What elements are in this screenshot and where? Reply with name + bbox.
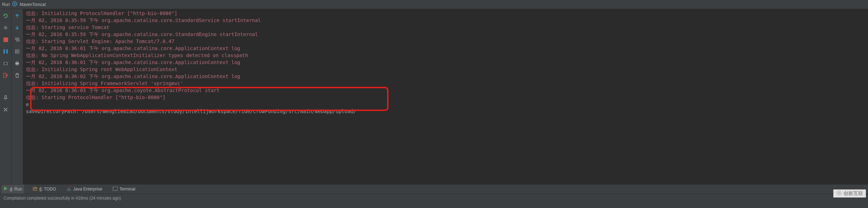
console-line: 信息: Starting ProtocolHandler ["http-bio-… xyxy=(26,94,865,101)
console-line: 一月 02, 2016 8:36:01 下午 org.apache.catali… xyxy=(26,59,865,66)
console-line: 一月 02, 2016 8:36:03 下午 org.apache.coyote… xyxy=(26,87,865,94)
second-toolbar xyxy=(12,9,23,184)
console-line: 一月 02, 2016 8:35:59 下午 org.apache.catali… xyxy=(26,31,865,38)
dump-threads-button[interactable] xyxy=(2,60,9,67)
tab-run-label: : Run xyxy=(12,187,22,192)
svg-rect-3 xyxy=(4,37,8,42)
console-line: 信息: Initializing ProtocolHandler ["http-… xyxy=(26,10,865,17)
svg-rect-5 xyxy=(6,49,8,54)
exit-button[interactable] xyxy=(2,71,9,79)
watermark: 创新互联 xyxy=(833,189,866,197)
console-line: saveDirectoryPath: /Users/wengliemiao/Do… xyxy=(26,108,865,115)
tab-terminal-label: Terminal xyxy=(119,187,135,192)
stop-button[interactable] xyxy=(2,36,9,43)
console-line: 信息: Starting Servlet Engine: Apache Tomc… xyxy=(26,38,865,45)
tab-run-num: 4 xyxy=(10,187,12,192)
scroll-to-end-button[interactable] xyxy=(13,48,21,55)
java-icon xyxy=(66,186,71,192)
svg-rect-10 xyxy=(16,62,18,63)
watermark-text: 创新互联 xyxy=(844,190,863,197)
run-label: Run xyxy=(2,2,10,7)
rerun-button[interactable] xyxy=(2,12,9,20)
left-toolbar xyxy=(0,9,12,184)
tab-run[interactable]: 4: Run xyxy=(1,185,24,194)
console-line: 信息: Initializing Spring root WebApplicat… xyxy=(26,66,865,73)
svg-point-2 xyxy=(4,26,7,29)
svg-rect-14 xyxy=(113,187,117,190)
clear-all-button[interactable] xyxy=(13,71,21,79)
play-icon xyxy=(4,186,8,192)
run-header: Run MavenTomcat xyxy=(0,0,868,9)
tab-terminal[interactable]: Terminal xyxy=(111,185,137,194)
console-line: 信息: Starting service Tomcat xyxy=(26,24,865,31)
watermark-icon xyxy=(836,190,842,197)
tab-java-enterprise[interactable]: Java Enterprise xyxy=(64,185,104,194)
run-config-name: MavenTomcat xyxy=(20,2,46,7)
down-arrow-button[interactable] xyxy=(13,24,21,32)
svg-point-7 xyxy=(5,63,7,65)
svg-rect-4 xyxy=(4,49,5,54)
console-line: 信息: No Spring WebApplicationContextIniti… xyxy=(26,52,865,59)
tab-java-label: Java Enterprise xyxy=(73,187,102,192)
console-output[interactable]: 信息: Initializing ProtocolHandler ["http-… xyxy=(23,9,868,184)
tomcat-run-icon xyxy=(12,1,18,8)
svg-point-13 xyxy=(67,189,71,190)
soft-wrap-button[interactable] xyxy=(13,36,21,43)
print-button[interactable] xyxy=(13,60,21,67)
console-line: 一月 02, 2016 8:35:59 下午 org.apache.catali… xyxy=(26,17,865,24)
console-line: 信息: Initializing Spring FrameworkServlet… xyxy=(26,80,865,87)
bottom-tabs: 4: Run 6: TODO Java Enterprise Terminal xyxy=(0,184,868,194)
up-arrow-button[interactable] xyxy=(13,12,21,20)
status-text: Compilation completed successfully in 41… xyxy=(4,196,121,201)
pin-button[interactable] xyxy=(2,94,9,102)
main-area: 信息: Initializing ProtocolHandler ["http-… xyxy=(0,9,868,184)
console-line: 一月 02, 2016 8:36:02 下午 org.apache.catali… xyxy=(26,73,865,80)
tab-todo-label: : TODO xyxy=(42,187,56,192)
svg-point-1 xyxy=(14,3,15,5)
debug-button[interactable] xyxy=(2,24,9,32)
pause-button[interactable] xyxy=(2,48,9,55)
console-line: e xyxy=(26,101,865,108)
terminal-icon xyxy=(113,186,118,192)
console-line: 一月 02, 2016 8:36:01 下午 org.apache.catali… xyxy=(26,45,865,52)
tab-todo[interactable]: 6: TODO xyxy=(30,185,58,194)
svg-rect-11 xyxy=(16,64,18,65)
status-bar: Compilation completed successfully in 41… xyxy=(0,194,868,202)
todo-icon xyxy=(33,186,37,192)
close-button[interactable] xyxy=(2,106,9,113)
